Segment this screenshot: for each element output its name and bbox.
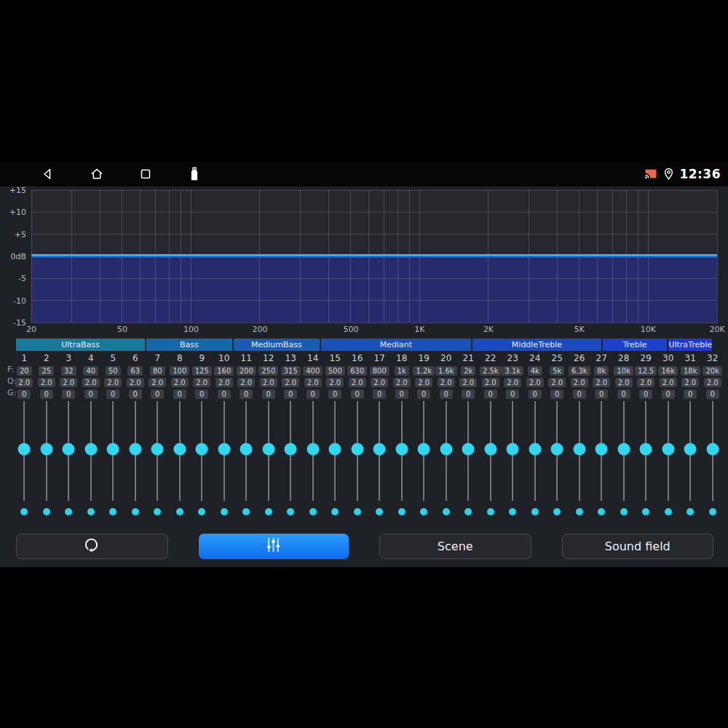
band-g-value[interactable]: 0 (484, 389, 497, 399)
band-f-value[interactable]: 800 (370, 366, 389, 376)
band-q-value[interactable]: 2.0 (704, 378, 721, 387)
band-f-value[interactable]: 3.1k (502, 366, 523, 376)
gain-slider[interactable] (169, 401, 191, 501)
band-f-value[interactable]: 12.5 (635, 366, 657, 376)
band-f-value[interactable]: 400 (303, 366, 323, 376)
band-g-value[interactable]: 0 (440, 389, 453, 399)
band-g-value[interactable]: 0 (550, 389, 563, 399)
band-g-value[interactable]: 0 (195, 389, 208, 399)
band-q-value[interactable]: 2.0 (38, 378, 55, 387)
band-f-value[interactable]: 1k (395, 366, 409, 376)
band-g-value[interactable]: 0 (417, 389, 430, 399)
band-q-value[interactable]: 2.0 (504, 378, 521, 387)
category-segment[interactable]: MiddleTreble (472, 339, 601, 351)
band-g-value[interactable]: 0 (662, 389, 675, 399)
band-g-value[interactable]: 0 (173, 389, 186, 399)
band-g-value[interactable]: 0 (529, 389, 542, 399)
band-q-value[interactable]: 2.0 (660, 378, 677, 387)
band-g-value[interactable]: 0 (17, 389, 31, 399)
band-q-value[interactable]: 2.0 (593, 378, 610, 387)
slider-knob[interactable] (596, 443, 608, 455)
gain-slider[interactable] (324, 401, 347, 501)
band-g-value[interactable]: 0 (395, 389, 408, 399)
slider-knob[interactable] (107, 443, 119, 455)
band-q-value[interactable]: 2.0 (260, 378, 277, 387)
slider-knob[interactable] (529, 443, 541, 455)
gain-slider[interactable] (413, 401, 435, 501)
band-q-value[interactable]: 2.0 (215, 378, 233, 387)
slider-knob[interactable] (507, 443, 519, 455)
gain-slider[interactable] (569, 401, 591, 501)
band-q-value[interactable]: 2.0 (571, 378, 588, 387)
gain-slider[interactable] (302, 401, 325, 501)
band-q-value[interactable]: 2.0 (193, 378, 210, 387)
band-f-value[interactable]: 50 (106, 366, 121, 376)
band-g-value[interactable]: 0 (306, 389, 320, 399)
band-g-value[interactable]: 0 (617, 389, 630, 399)
category-segment[interactable]: MediumBass (234, 339, 320, 351)
gain-slider[interactable] (58, 401, 80, 501)
home-icon[interactable] (89, 166, 105, 182)
band-f-value[interactable]: 100 (170, 366, 189, 376)
band-f-value[interactable]: 2k (461, 366, 475, 376)
band-q-value[interactable]: 2.0 (15, 378, 33, 387)
slider-knob[interactable] (551, 443, 563, 455)
band-q-value[interactable]: 2.0 (326, 378, 344, 387)
band-f-value[interactable]: 10k (614, 366, 633, 376)
band-g-value[interactable]: 0 (573, 389, 586, 399)
gain-slider[interactable] (124, 401, 147, 501)
slider-knob[interactable] (262, 443, 274, 455)
band-g-value[interactable]: 0 (706, 389, 719, 399)
slider-knob[interactable] (306, 443, 319, 455)
gain-slider[interactable] (347, 401, 369, 501)
band-g-value[interactable]: 0 (328, 389, 341, 399)
slider-knob[interactable] (484, 443, 496, 455)
gain-slider[interactable] (146, 401, 169, 501)
band-g-value[interactable]: 0 (262, 389, 275, 399)
gain-slider[interactable] (13, 401, 36, 501)
band-g-value[interactable]: 0 (595, 389, 608, 399)
category-segment[interactable]: Treble (603, 339, 667, 351)
reset-button[interactable] (16, 534, 168, 559)
band-g-value[interactable]: 0 (151, 389, 164, 399)
band-g-value[interactable]: 0 (639, 389, 652, 399)
gain-slider[interactable] (613, 401, 636, 501)
slider-knob[interactable] (151, 443, 164, 455)
band-q-value[interactable]: 2.0 (82, 378, 100, 387)
band-q-value[interactable]: 2.0 (526, 378, 544, 387)
slider-knob[interactable] (63, 443, 75, 455)
band-g-value[interactable]: 0 (506, 389, 519, 399)
band-f-value[interactable]: 500 (325, 366, 345, 376)
band-q-value[interactable]: 2.0 (127, 378, 144, 387)
band-q-value[interactable]: 2.0 (104, 378, 122, 387)
gain-slider[interactable] (280, 401, 302, 501)
slider-knob[interactable] (173, 443, 186, 455)
slider-knob[interactable] (440, 443, 452, 455)
slider-knob[interactable] (706, 443, 719, 455)
slider-knob[interactable] (84, 443, 97, 455)
band-q-value[interactable]: 2.0 (438, 378, 455, 387)
category-segment[interactable]: Bass (146, 339, 232, 351)
gain-slider[interactable] (635, 401, 657, 501)
gain-slider[interactable] (235, 401, 258, 501)
band-f-value[interactable]: 6.3k (569, 366, 590, 376)
band-q-value[interactable]: 2.0 (393, 378, 411, 387)
slider-knob[interactable] (617, 443, 630, 455)
gain-slider[interactable] (546, 401, 569, 501)
band-g-value[interactable]: 0 (462, 389, 475, 399)
gain-slider[interactable] (80, 401, 103, 501)
band-f-value[interactable]: 1.6k (435, 366, 457, 376)
band-g-value[interactable]: 0 (218, 389, 231, 399)
band-q-value[interactable]: 2.0 (282, 378, 299, 387)
band-q-value[interactable]: 2.0 (304, 378, 322, 387)
band-f-value[interactable]: 200 (237, 366, 256, 376)
band-g-value[interactable]: 0 (84, 389, 98, 399)
band-q-value[interactable]: 2.0 (371, 378, 388, 387)
gain-slider[interactable] (368, 401, 391, 501)
band-q-value[interactable]: 2.0 (349, 378, 366, 387)
sound-field-button[interactable]: Sound field (562, 534, 714, 559)
band-f-value[interactable]: 25 (39, 366, 54, 376)
band-f-value[interactable]: 20k (703, 366, 722, 376)
band-q-value[interactable]: 2.0 (459, 378, 477, 387)
slider-knob[interactable] (329, 443, 341, 455)
